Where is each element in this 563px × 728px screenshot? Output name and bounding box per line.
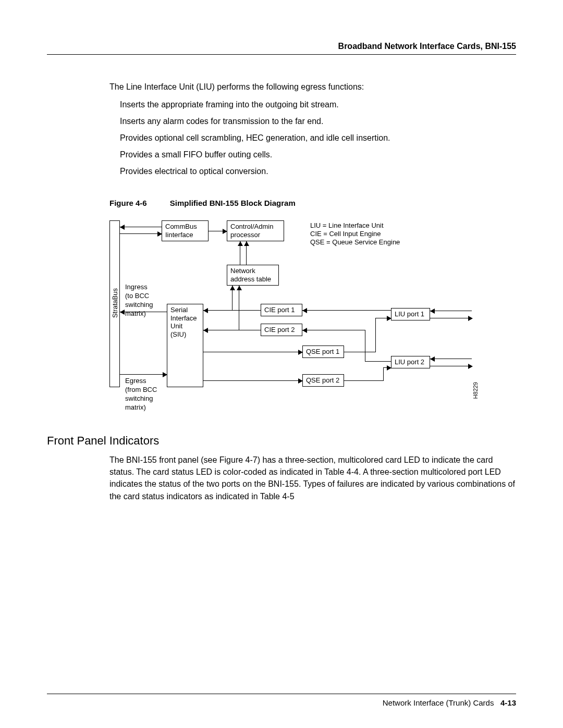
footer-page-number: 4-13 (500, 698, 516, 707)
egress-label: Egress (from BCC switching matrix) (125, 377, 157, 412)
bullet-4: Provides a small FIFO buffer outing cell… (120, 149, 516, 161)
section-body: The BNI-155 front panel (see Figure 4-7)… (109, 454, 516, 502)
bullet-1: Inserts the appropriate framing into the… (120, 98, 516, 111)
line-cie1-liu1 (302, 310, 391, 311)
commbus-box: CommBus Iinterface (162, 220, 209, 241)
line-qse1-h (344, 352, 375, 352)
line-qse2-v (383, 367, 384, 381)
footer-rule (47, 694, 516, 694)
line-qse1-v (375, 318, 376, 352)
line-qse2-h (344, 380, 383, 381)
stratabus-label: StrataBus (111, 288, 119, 318)
siu-box: Serial Interface Unit (SIU) (167, 304, 203, 387)
cie2-box: CIE port 2 (261, 324, 302, 336)
line-cie-nat-2 (239, 286, 239, 330)
line-cie2-to-liu2 (365, 361, 391, 362)
arrow-qse1-liu1 (387, 316, 391, 321)
arrow-liu2-cie2 (302, 328, 307, 333)
line-cie2-v (365, 330, 365, 361)
arrow-qse2-liu2 (387, 365, 391, 371)
legend-qse: QSE = Queue Service Engine (310, 238, 400, 247)
line-liu1-ext-in (430, 311, 472, 311)
line-siu-ingress (120, 312, 167, 312)
block-diagram: StrataBus CommBus Iinterface Control/Adm… (109, 215, 480, 408)
qse1-box: QSE port 1 (302, 346, 344, 358)
arrow-siu-ingress (120, 310, 125, 315)
figure-number: Figure 4-6 (109, 199, 147, 207)
arrow-cie1-siu (203, 308, 208, 313)
line-siu-cie1 (203, 310, 261, 311)
qse2-box: QSE port 2 (302, 374, 344, 387)
figure-caption: Figure 4-6 Simplified BNI-155 Block Diag… (109, 199, 516, 207)
line-stratabus-commbus (120, 227, 162, 227)
line-liu2-ext-in (430, 359, 472, 359)
line-siu-qse2 (203, 380, 302, 381)
line-commbus-stratabus (120, 233, 162, 234)
line-siu-cie2 (203, 330, 261, 330)
line-cie2-h (302, 330, 365, 330)
bullet-3: Provides optional cell scrambling, HEC g… (120, 132, 516, 144)
bullet-5: Provides electrical to optical conversio… (120, 165, 516, 178)
line-liu1-ext-out (430, 318, 472, 318)
arrow-liu1-cie1 (302, 308, 307, 313)
arrow-siu-qse1 (298, 350, 303, 355)
header-rule (47, 54, 516, 55)
arrow-liu1-ext-out (468, 316, 473, 321)
arrow-liu2-ext-in (430, 356, 435, 362)
bullet-2: Inserts any alarm codes for transmission… (120, 115, 516, 128)
footer-text: Network Interface (Trunk) Cards (383, 698, 494, 707)
arrow-nat-2 (244, 241, 249, 246)
nat-box: Network address table (227, 265, 279, 286)
page-footer: Network Interface (Trunk) Cards 4-13 (47, 694, 516, 707)
arrow-to-stratabus-1 (120, 225, 125, 230)
legend-liu: LIU = Line Interface Unit (310, 221, 384, 230)
liu2-box: LIU port 2 (391, 356, 430, 368)
page-header-title: Broadband Network Interface Cards, BNI-1… (47, 42, 516, 51)
arrow-cie2-siu (203, 328, 208, 333)
figure-title: Simplified BNI-155 Block Diagram (170, 199, 296, 207)
arrow-siu-egress (163, 372, 167, 377)
arrow-commbus-control (223, 229, 227, 234)
intro-text: The Line Interface Unit (LIU) performs t… (109, 81, 516, 93)
arrow-liu1-ext-in (430, 309, 435, 314)
line-siu-egress (120, 374, 167, 375)
legend-cie: CIE = Cell Input Engine (310, 230, 381, 239)
diagram-code: H8229 (472, 382, 479, 399)
line-siu-qse1 (203, 352, 302, 352)
arrow-siu-qse2 (298, 378, 303, 384)
arrow-liu2-ext-out (468, 364, 473, 369)
line-liu2-ext-out (430, 366, 472, 366)
cie1-box: CIE port 1 (261, 304, 302, 316)
liu1-box: LIU port 1 (391, 308, 430, 320)
arrow-nat-1 (238, 241, 243, 246)
arrow-cie-nat-2 (237, 286, 242, 290)
control-box: Control/Admin processor (227, 220, 284, 241)
arrow-cie-nat-1 (230, 286, 235, 290)
arrow-to-commbus (157, 231, 162, 237)
section-heading: Front Panel Indicators (47, 434, 516, 448)
ingress-label: Ingress (to BCC switching matrix) (125, 283, 153, 318)
